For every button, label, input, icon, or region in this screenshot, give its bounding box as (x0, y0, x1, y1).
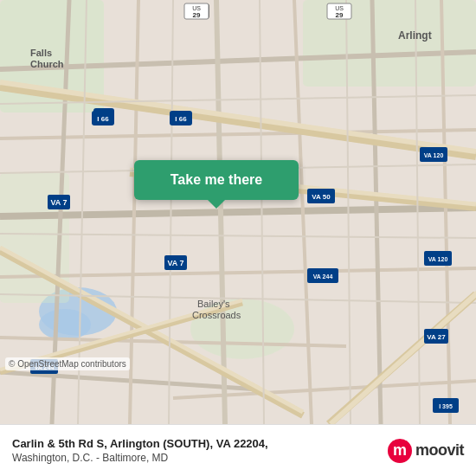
svg-text:I 395: I 395 (439, 403, 453, 409)
svg-text:Arlingt: Arlingt (398, 29, 432, 42)
svg-text:VA 27: VA 27 (427, 333, 446, 341)
svg-text:29: 29 (193, 11, 201, 19)
osm-credit: © OpenStreetMap contributors (5, 357, 130, 370)
svg-text:US: US (192, 5, 201, 11)
svg-text:US: US (335, 5, 344, 11)
footer-address: Carlin & 5th Rd S, Arlington (SOUTH), VA… (12, 437, 268, 464)
svg-text:VA 7: VA 7 (50, 198, 67, 207)
svg-text:I 66: I 66 (175, 115, 187, 123)
svg-text:VA 120: VA 120 (428, 256, 448, 262)
moovit-icon: m (388, 439, 412, 463)
svg-text:Crossroads: Crossroads (192, 310, 241, 320)
svg-point-2 (39, 309, 91, 340)
svg-text:I 66: I 66 (97, 115, 109, 123)
moovit-logo: m moovit (388, 439, 464, 463)
svg-text:VA 244: VA 244 (313, 273, 333, 280)
svg-text:29: 29 (336, 11, 344, 19)
address-line1: Carlin & 5th Rd S, Arlington (SOUTH), VA… (12, 437, 268, 450)
take-me-there-button[interactable]: Take me there (134, 160, 299, 200)
svg-text:Falls: Falls (30, 48, 52, 58)
svg-text:Church: Church (30, 59, 64, 69)
address-line2: Washington, D.C. - Baltimore, MD (12, 452, 268, 464)
moovit-wordmark: moovit (415, 441, 464, 460)
svg-text:VA 120: VA 120 (424, 152, 444, 158)
footer: Carlin & 5th Rd S, Arlington (SOUTH), VA… (0, 424, 476, 476)
map-container: 66 US 29 US 29 US 29 VA 7 VA 7 VA 50 VA … (0, 0, 476, 424)
svg-text:VA 50: VA 50 (312, 193, 331, 201)
svg-text:Bailey's: Bailey's (197, 299, 230, 309)
svg-text:VA 7: VA 7 (167, 259, 183, 267)
